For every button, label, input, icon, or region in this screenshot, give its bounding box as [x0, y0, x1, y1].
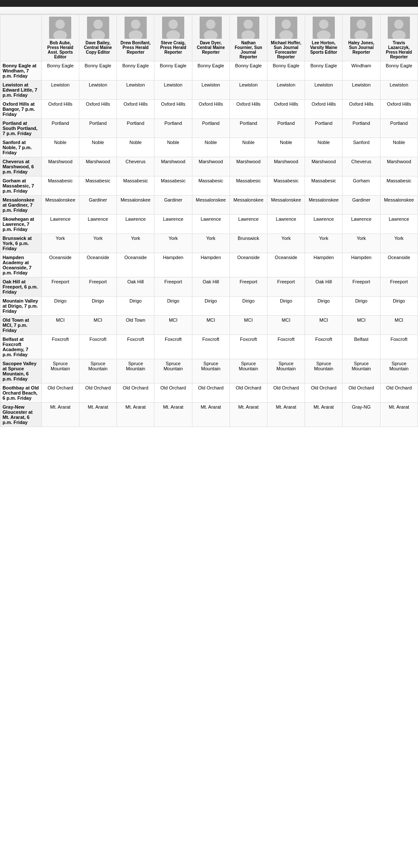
pick-13-6: MCI [267, 316, 305, 335]
game-label-2: Oxford Hills at Bangor, 7 p.m. Friday [0, 100, 42, 119]
game-label-16: Boothbay at Old Orchard Beach, 6 p.m. Fr… [0, 384, 42, 403]
table-row: Sacopee Valley at Spruce Mountain, 6 p.m… [0, 359, 418, 384]
pick-9-5: Brunswick [229, 234, 267, 253]
pick-16-0: Old Orchard [41, 384, 79, 403]
pick-16-1: Old Orchard [79, 384, 117, 403]
pick-7-2: Messalonskee [117, 196, 154, 215]
svg-point-13 [206, 20, 215, 29]
pick-13-0: MCI [41, 316, 79, 335]
pick-4-4: Noble [192, 138, 229, 157]
predictor-photo-8 [313, 17, 335, 39]
pick-2-9: Oxford Hills [380, 100, 418, 119]
table-row: Sanford at Noble, 7 p.m. FridayNobleNobl… [0, 138, 418, 157]
predictor-name-3: Drew Bonifant, Press Herald Reporter [119, 40, 152, 55]
pick-15-1: Spruce Mountain [79, 359, 117, 384]
pick-8-2: Lawrence [117, 215, 154, 234]
pick-8-1: Lawrence [79, 215, 117, 234]
pick-14-8: Belfast [343, 335, 380, 359]
table-row: Belfast at Foxcroft Academy, 7 p.m. Frid… [0, 335, 418, 359]
predictor-name-10: Travis Lazarczyk, Press Herald Reporter [383, 40, 415, 59]
pick-4-2: Noble [117, 138, 154, 157]
pick-0-2: Bonny Eagle [117, 61, 154, 81]
table-row: Gray-New Gloucester at Mt. Ararat, 6 p.m… [0, 403, 418, 427]
predictor-photo-2 [87, 17, 109, 39]
pick-0-8: Windham [343, 61, 380, 81]
pick-0-9: Bonny Eagle [380, 61, 418, 81]
pick-10-8: Hampden [343, 253, 380, 277]
pick-0-7: Bonny Eagle [305, 61, 343, 81]
predictor-name-7: Michael Hoffer, Sun Journal Forecaster R… [270, 40, 302, 59]
pick-11-0: Freeport [41, 277, 79, 297]
pick-14-2: Foxcroft [117, 335, 154, 359]
pick-2-8: Oxford Hills [343, 100, 380, 119]
game-label-15: Sacopee Valley at Spruce Mountain, 6 p.m… [0, 359, 42, 384]
pick-4-1: Noble [79, 138, 117, 157]
pick-14-6: Foxcroft [267, 335, 305, 359]
pick-15-0: Spruce Mountain [41, 359, 79, 384]
week-label [0, 7, 418, 14]
pick-3-6: Portland [267, 119, 305, 138]
pick-7-6: Messalonskee [267, 196, 305, 215]
pick-3-9: Portland [380, 119, 418, 138]
pick-3-2: Portland [117, 119, 154, 138]
pick-0-3: Bonny Eagle [154, 61, 192, 81]
pick-6-1: Massabesic [79, 176, 117, 196]
game-label-9: Brunswick at York, 6 p.m. Friday [0, 234, 42, 253]
pick-13-8: MCI [343, 316, 380, 335]
pick-15-5: Spruce Mountain [229, 359, 267, 384]
table-row: Lewiston at Edward Little, 7 p.m. Friday… [0, 81, 418, 100]
pick-8-4: Lawrence [192, 215, 229, 234]
predictor-photo-9 [350, 17, 372, 39]
game-label-8: Skowhegan at Lawrence, 7 p.m. Friday [0, 215, 42, 234]
pick-10-0: Oceanside [41, 253, 79, 277]
pick-5-3: Marshwood [154, 157, 192, 176]
pick-8-0: Lawrence [41, 215, 79, 234]
pick-15-9: Spruce Mountain [380, 359, 418, 384]
svg-point-19 [282, 20, 291, 29]
pick-12-7: Dirigo [305, 297, 343, 316]
pick-7-1: Gardiner [79, 196, 117, 215]
pick-15-2: Spruce Mountain [117, 359, 154, 384]
pick-12-3: Dirigo [154, 297, 192, 316]
predictor-header-7: Michael Hoffer, Sun Journal Forecaster R… [267, 15, 305, 61]
svg-point-7 [131, 20, 140, 29]
game-label-3: Portland at South Portland, 7 p.m. Frida… [0, 119, 42, 138]
pick-11-2: Oak Hill [117, 277, 154, 297]
predictions-table: Bob Aube, Press Herald Asst. Sports Edit… [0, 14, 418, 427]
pick-16-6: Old Orchard [267, 384, 305, 403]
table-row: Boothbay at Old Orchard Beach, 6 p.m. Fr… [0, 384, 418, 403]
pick-5-2: Cheverus [117, 157, 154, 176]
pick-12-9: Dirigo [380, 297, 418, 316]
pick-3-3: Portland [154, 119, 192, 138]
pick-0-0: Bonny Eagle [41, 61, 79, 81]
pick-9-2: York [117, 234, 154, 253]
game-label-5: Cheverus at Marshwood, 6 p.m. Friday [0, 157, 42, 176]
pick-2-3: Oxford Hills [154, 100, 192, 119]
pick-1-5: Lewiston [229, 81, 267, 100]
game-label-6: Gorham at Massabesic, 7 p.m. Friday [0, 176, 42, 196]
pick-9-8: York [343, 234, 380, 253]
pick-12-4: Dirigo [192, 297, 229, 316]
predictor-header-1: Bob Aube, Press Herald Asst. Sports Edit… [41, 15, 79, 61]
pick-2-7: Oxford Hills [305, 100, 343, 119]
pick-10-3: Hampden [154, 253, 192, 277]
pick-1-7: Lewiston [305, 81, 343, 100]
pick-14-3: Foxcroft [154, 335, 192, 359]
pick-7-7: Messalonskee [305, 196, 343, 215]
pick-1-1: Lewiston [79, 81, 117, 100]
pick-14-0: Foxcroft [41, 335, 79, 359]
pick-15-7: Spruce Mountain [305, 359, 343, 384]
pick-13-3: MCI [154, 316, 192, 335]
pick-12-6: Dirigo [267, 297, 305, 316]
pick-1-6: Lewiston [267, 81, 305, 100]
pick-15-6: Spruce Mountain [267, 359, 305, 384]
pick-16-2: Old Orchard [117, 384, 154, 403]
pick-10-2: Oceanside [117, 253, 154, 277]
predictor-header-3: Drew Bonifant, Press Herald Reporter [117, 15, 154, 61]
game-label-13: Old Town at MCI, 7 p.m. Friday [0, 316, 42, 335]
pick-17-7: Mt. Ararat [305, 403, 343, 427]
pick-12-2: Dirigo [117, 297, 154, 316]
svg-point-28 [394, 20, 403, 29]
pick-17-4: Mt. Ararat [192, 403, 229, 427]
pick-9-9: York [380, 234, 418, 253]
